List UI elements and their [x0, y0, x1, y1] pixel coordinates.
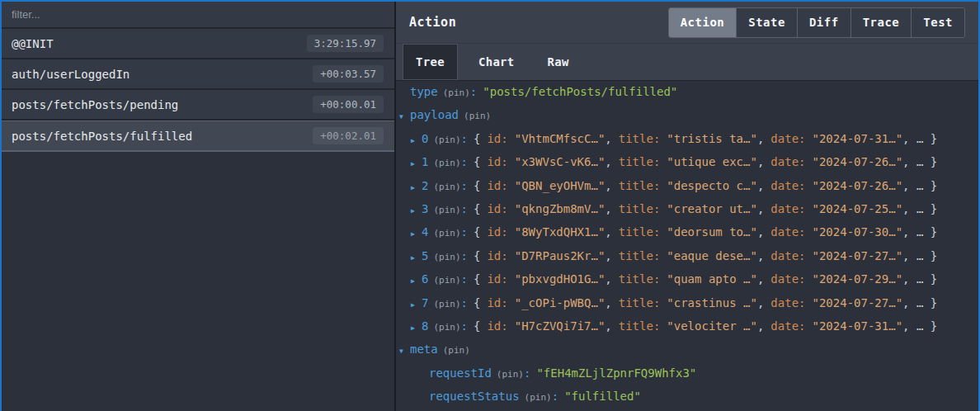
preview-key-date: date: — [770, 272, 805, 286]
chevron-right-icon[interactable]: ▶ — [411, 184, 422, 191]
inspector-tab[interactable]: Diff — [798, 8, 851, 37]
pin-link[interactable]: (pin) — [433, 299, 460, 309]
payload-item-row[interactable]: ▶3(pin):{id:"qkngZbm8mV…",title:"creator… — [396, 202, 978, 225]
inspector-tab[interactable]: Test — [912, 8, 964, 37]
chevron-right-icon[interactable]: ▶ — [411, 301, 422, 309]
pin-link[interactable]: (pin) — [433, 158, 460, 168]
preview-key-id: id: — [487, 296, 507, 309]
view-mode-tab[interactable]: Tree — [403, 44, 458, 80]
chevron-right-icon[interactable]: ▶ — [411, 230, 422, 238]
comma: , — [605, 202, 611, 215]
view-mode-tab[interactable]: Chart — [466, 44, 527, 80]
pin-link[interactable]: (pin) — [433, 228, 460, 239]
preview-value-id: "QBN_eyOHVm…" — [515, 179, 605, 192]
chevron-right-icon[interactable]: ▶ — [411, 254, 422, 262]
preview-key-title: title: — [619, 272, 661, 286]
colon: : — [470, 85, 477, 98]
filter-input[interactable] — [2, 2, 394, 27]
pin-link[interactable]: (pin) — [443, 345, 470, 356]
pin-link[interactable]: (pin) — [433, 275, 460, 286]
tree-row-payload[interactable]: ▼payload(pin) — [396, 108, 978, 131]
chevron-right-icon[interactable]: ▶ — [411, 277, 422, 285]
preview-key-title: title: — [619, 179, 661, 192]
pin-link[interactable]: (pin) — [433, 252, 460, 262]
pin-link[interactable]: (pin) — [433, 322, 460, 333]
preview-value-title: "eaque dese…" — [667, 249, 757, 262]
preview-value-id: "x3WVsC-vK6…" — [515, 155, 605, 168]
preview-value-date: "2024-07-30…" — [813, 225, 903, 239]
comma: , — [605, 155, 611, 168]
chevron-down-icon[interactable]: ▼ — [399, 113, 410, 120]
payload-item-row[interactable]: ▶4(pin):{id:"8WyTxdQHX1…",title:"deorsum… — [396, 225, 978, 248]
pin-link[interactable]: (pin) — [497, 369, 524, 380]
pin-link[interactable]: (pin) — [433, 205, 460, 215]
preview-value-date: "2024-07-26…" — [813, 179, 903, 192]
payload-item-row[interactable]: ▶8(pin):{id:"H7cZVQi7i7…",title:"velocit… — [396, 319, 978, 342]
action-list-item[interactable]: posts/fetchPosts/pending +00:00.01 — [2, 90, 394, 120]
inspector-tab[interactable]: Trace — [851, 8, 912, 37]
inspector-tab[interactable]: State — [737, 8, 798, 37]
string-value: "fEH4mZLjlZpnrFQ9Whfx3" — [536, 366, 696, 380]
preview-ellipsis-close: , … } — [902, 202, 937, 215]
brace-open: { — [474, 249, 480, 262]
chevron-right-icon[interactable]: ▶ — [411, 207, 422, 215]
preview-value-date: "2024-07-29…" — [813, 272, 903, 286]
payload-item-row[interactable]: ▶1(pin):{id:"x3WVsC-vK6…",title:"utique … — [396, 155, 978, 178]
item-index: 6 — [422, 272, 428, 286]
colon: : — [552, 390, 558, 403]
preview-value-id: "_cOPi-pWBQ…" — [515, 296, 605, 309]
chevron-right-icon[interactable]: ▶ — [411, 324, 422, 332]
colon: : — [461, 202, 468, 215]
payload-item-row[interactable]: ▶7(pin):{id:"_cOPi-pWBQ…",title:"crastin… — [396, 296, 978, 319]
tree-row-meta[interactable]: ▼meta(pin) — [396, 342, 978, 366]
preview-value-title: "velociter …" — [667, 319, 757, 333]
tree-row-type[interactable]: type(pin):"posts/fetchPosts/fulfilled" — [396, 85, 978, 108]
pin-link[interactable]: (pin) — [443, 87, 470, 98]
comma: , — [757, 132, 764, 145]
inspector-tab[interactable]: Action — [669, 8, 737, 37]
action-list-item[interactable]: posts/fetchPosts/fulfilled +00:02.01 — [2, 120, 394, 152]
payload-item-row[interactable]: ▶5(pin):{id:"D7RPaus2Kr…",title:"eaque d… — [396, 249, 978, 272]
pin-link[interactable]: (pin) — [433, 182, 460, 192]
meta-child-row[interactable]: requestId(pin):"fEH4mZLjlZpnrFQ9Whfx3" — [396, 366, 978, 390]
preview-value-id: "VhtmCMfscC…" — [515, 132, 605, 145]
preview-key-title: title: — [619, 296, 661, 309]
chevron-down-icon[interactable]: ▼ — [399, 347, 410, 355]
preview-value-date: "2024-07-31…" — [813, 319, 903, 333]
preview-key-title: title: — [619, 132, 661, 145]
tree-key: requestStatus — [429, 390, 520, 403]
payload-item-row[interactable]: ▶2(pin):{id:"QBN_eyOHVm…",title:"despect… — [396, 179, 978, 202]
payload-item-row[interactable]: ▶6(pin):{id:"pbxvgdHO1G…",title:"quam ap… — [396, 272, 978, 295]
payload-item-row[interactable]: ▶0(pin):{id:"VhtmCMfscC…",title:"tristis… — [396, 132, 978, 155]
view-mode-tab[interactable]: Raw — [535, 44, 582, 80]
comma: , — [605, 319, 611, 333]
meta-child-row[interactable]: requestStatus(pin):"fulfilled" — [396, 390, 978, 411]
item-index: 4 — [422, 225, 428, 239]
pin-link[interactable]: (pin) — [525, 392, 552, 403]
preview-key-date: date: — [770, 319, 805, 333]
item-index: 0 — [422, 132, 428, 145]
action-list-item[interactable]: @@INIT 3:29:15.97 — [2, 29, 394, 59]
comma: , — [757, 155, 764, 168]
preview-key-title: title: — [619, 225, 661, 239]
action-timestamp-badge: 3:29:15.97 — [307, 35, 384, 52]
comma: , — [757, 179, 764, 192]
chevron-right-icon[interactable]: ▶ — [411, 160, 422, 168]
preview-key-id: id: — [487, 272, 507, 286]
comma: , — [757, 202, 764, 215]
pin-link[interactable]: (pin) — [464, 111, 491, 121]
item-index: 5 — [422, 249, 428, 262]
preview-value-date: "2024-07-27…" — [813, 249, 903, 262]
pin-link[interactable]: (pin) — [433, 135, 460, 145]
comma: , — [757, 249, 764, 262]
preview-ellipsis-close: , … } — [902, 132, 937, 145]
action-list-item[interactable]: auth/userLoggedIn +00:03.57 — [2, 59, 394, 90]
action-name: auth/userLoggedIn — [2, 68, 130, 81]
colon: : — [461, 296, 468, 309]
view-mode-tabs: Tree Chart Raw — [396, 43, 978, 80]
chevron-right-icon[interactable]: ▶ — [411, 137, 422, 144]
preview-key-id: id: — [487, 155, 507, 168]
comma: , — [757, 296, 764, 309]
inspector-title: Action — [409, 15, 456, 30]
preview-key-id: id: — [487, 249, 507, 262]
